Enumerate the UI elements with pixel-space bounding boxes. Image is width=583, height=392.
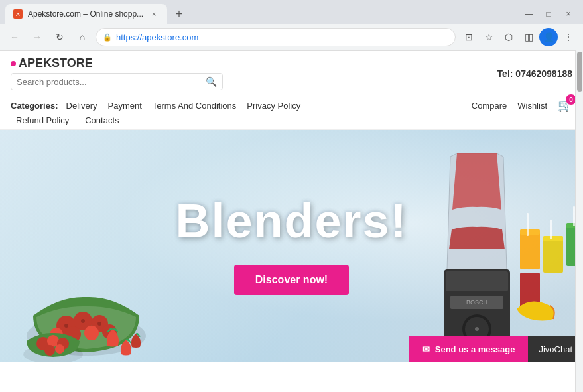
site-nav: Categories: Delivery Payment Terms And C… — [0, 96, 583, 130]
chat-bar: ✉ Send us a message JivoChat — [409, 336, 583, 362]
svg-rect-31 — [543, 236, 563, 241]
browser-chrome: A Apekstore.com – Online shopp... × + — … — [0, 0, 583, 51]
phone-number: Tel: 07462098188 — [497, 68, 572, 79]
hero-drinks — [517, 176, 583, 362]
sidebar-icon[interactable]: ▥ — [519, 28, 538, 46]
logo-dot — [11, 61, 16, 66]
svg-point-8 — [64, 324, 68, 328]
send-message-button[interactable]: ✉ Send us a message — [409, 336, 529, 362]
categories-label: Categories: — [11, 101, 58, 111]
nav-terms[interactable]: Terms And Conditions — [147, 99, 241, 112]
browser-tab[interactable]: A Apekstore.com – Online shopp... × — [5, 4, 167, 24]
nav-payment[interactable]: Payment — [103, 99, 147, 112]
cast-icon[interactable]: ⊡ — [460, 28, 478, 46]
cart-icon-wrapper[interactable]: 🛒 0 — [558, 98, 572, 113]
hero-items-left — [20, 176, 192, 362]
profile-icon[interactable]: 👤 — [539, 28, 558, 46]
svg-rect-18 — [446, 271, 508, 291]
close-window-button[interactable]: × — [559, 5, 578, 23]
svg-point-15 — [44, 345, 55, 356]
jivochat-label: JivoChat — [539, 344, 572, 354]
svg-rect-35 — [527, 213, 529, 236]
nav-contacts[interactable]: Contacts — [80, 114, 124, 127]
lock-icon: 🔒 — [103, 33, 112, 42]
hero-banner: BOSCH — [0, 130, 583, 362]
hero-title: Blenders! — [175, 197, 407, 245]
svg-point-23 — [475, 327, 479, 331]
search-input[interactable] — [17, 77, 202, 87]
search-icon: 🔍 — [206, 76, 217, 87]
nav-refund[interactable]: Refund Policy — [11, 114, 74, 127]
svg-rect-30 — [543, 236, 563, 273]
wishlist-link[interactable]: Wishlist — [517, 101, 547, 111]
hero-content: Blenders! Discover now! — [175, 197, 407, 295]
svg-point-5 — [84, 326, 99, 340]
search-bar[interactable]: 🔍 — [11, 73, 223, 90]
svg-rect-36 — [550, 220, 552, 239]
window-controls: — □ × — [519, 5, 578, 23]
svg-rect-29 — [520, 229, 540, 235]
nav-privacy[interactable]: Privacy Policy — [241, 99, 306, 112]
address-bar: ← → ↻ ⌂ 🔒 https://apekstore.com ⊡ ☆ ⬡ ▥ … — [0, 24, 583, 50]
logo-text: APEKSTORE — [19, 56, 93, 70]
tab-title: Apekstore.com – Online shopp... — [28, 9, 143, 19]
message-icon: ✉ — [422, 344, 430, 354]
svg-text:BOSCH: BOSCH — [466, 299, 487, 306]
back-button[interactable]: ← — [5, 28, 24, 46]
site-header: APEKSTORE 🔍 Tel: 07462098188 — [0, 51, 583, 96]
svg-point-9 — [81, 319, 85, 323]
refresh-button[interactable]: ↻ — [50, 28, 69, 46]
svg-point-16 — [55, 344, 64, 354]
compare-link[interactable]: Compare — [472, 101, 507, 111]
send-message-label: Send us a message — [435, 344, 515, 354]
maximize-button[interactable]: □ — [539, 5, 558, 23]
nav-right: Compare Wishlist 🛒 0 — [472, 98, 572, 113]
new-tab-button[interactable]: + — [170, 5, 188, 23]
svg-point-10 — [97, 322, 101, 326]
discover-button[interactable]: Discover now! — [234, 265, 349, 295]
hero-blender: BOSCH — [424, 150, 530, 362]
url-text: https://apekstore.com — [116, 33, 448, 42]
tab-bar: A Apekstore.com – Online shopp... × + — … — [0, 0, 583, 24]
scrollbar-thumb[interactable] — [577, 52, 582, 92]
site-wrapper: APEKSTORE 🔍 Tel: 07462098188 Categories:… — [0, 51, 583, 392]
nav-delivery[interactable]: Delivery — [61, 99, 103, 112]
menu-icon[interactable]: ⋮ — [559, 28, 578, 46]
minimize-button[interactable]: — — [519, 5, 538, 23]
forward-button[interactable]: → — [28, 28, 46, 46]
extension-icon[interactable]: ⬡ — [499, 28, 518, 46]
tab-close-button[interactable]: × — [149, 9, 159, 19]
url-bar[interactable]: 🔒 https://apekstore.com — [96, 28, 456, 46]
nav-row-2: Refund Policy Contacts — [11, 113, 572, 127]
svg-rect-28 — [520, 229, 540, 269]
scrollbar[interactable] — [575, 50, 583, 392]
tab-favicon: A — [13, 9, 23, 19]
site-logo[interactable]: APEKSTORE — [11, 56, 223, 70]
home-button[interactable]: ⌂ — [73, 28, 92, 46]
bookmark-icon[interactable]: ☆ — [480, 28, 498, 46]
toolbar-icons: ⊡ ☆ ⬡ ▥ 👤 ⋮ — [460, 28, 578, 46]
